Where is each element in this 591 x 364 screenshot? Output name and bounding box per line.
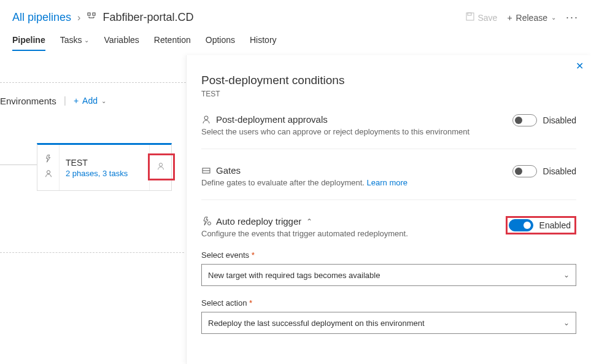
plus-icon: +: [74, 96, 79, 106]
post-deployment-panel: ✕ Post-deployment conditions TEST Post-d…: [186, 55, 591, 364]
chevron-down-icon: ⌄: [563, 319, 570, 327]
gates-title: Gates: [216, 165, 241, 176]
approvals-title: Post-deployment approvals: [216, 114, 328, 125]
chevron-up-icon[interactable]: ⌃: [306, 217, 312, 226]
approvals-state-label: Disabled: [543, 115, 576, 125]
redeploy-toggle[interactable]: [509, 219, 533, 231]
gates-section: Gates Define gates to evaluate after the…: [201, 165, 576, 187]
save-button[interactable]: Save: [466, 12, 498, 23]
tab-tasks[interactable]: Tasks ⌄: [60, 30, 90, 51]
svg-point-8: [208, 222, 211, 225]
tab-tasks-label: Tasks: [60, 35, 82, 45]
divider: [0, 252, 184, 253]
close-icon: ✕: [576, 61, 584, 71]
post-conditions-button[interactable]: [149, 145, 171, 190]
panel-title: Post-deployment conditions: [201, 74, 576, 87]
release-button[interactable]: + Release ⌄: [507, 13, 556, 23]
gates-desc-text: Define gates to evaluate after the deplo…: [201, 178, 367, 187]
divider: |: [64, 95, 66, 106]
annotation-highlight: Enabled: [506, 216, 576, 234]
select-events-label: Select events *: [201, 250, 255, 260]
approvals-toggle[interactable]: [512, 114, 537, 126]
select-action-dropdown[interactable]: Redeploy the last successful deployment …: [201, 312, 576, 334]
select-events-value: New target with required tags becomes av…: [208, 271, 380, 280]
chevron-right-icon: ›: [77, 12, 80, 23]
svg-rect-0: [88, 13, 90, 15]
plus-icon: +: [507, 13, 512, 23]
stage-meta-link[interactable]: 2 phases, 3 tasks: [66, 169, 143, 178]
save-label: Save: [478, 13, 498, 23]
trigger-icon: [44, 155, 53, 166]
gates-toggle[interactable]: [512, 165, 537, 177]
gates-description: Define gates to evaluate after the deplo…: [201, 178, 576, 187]
learn-more-link[interactable]: Learn more: [367, 178, 408, 187]
chevron-down-icon: ⌄: [551, 14, 556, 21]
divider: [201, 149, 576, 149]
tab-history[interactable]: History: [250, 30, 277, 51]
redeploy-title: Auto redeploy trigger: [216, 216, 301, 227]
trigger-icon: [201, 217, 211, 227]
connector-line: [0, 165, 37, 165]
more-menu-button[interactable]: ···: [566, 11, 579, 24]
stage-card[interactable]: TEST 2 phases, 3 tasks: [37, 143, 172, 191]
select-events-dropdown[interactable]: New target with required tags becomes av…: [201, 264, 576, 286]
panel-subtitle: TEST: [201, 90, 576, 98]
breadcrumb-root-link[interactable]: All pipelines: [12, 11, 71, 24]
breadcrumb: All pipelines › Fabfiber-portal.CD Save …: [0, 0, 591, 30]
add-environment-button[interactable]: + Add ⌄: [74, 96, 106, 106]
svg-point-5: [159, 163, 162, 166]
tab-options[interactable]: Options: [206, 30, 235, 51]
pre-conditions-button[interactable]: [37, 145, 60, 190]
svg-point-6: [204, 116, 208, 120]
save-icon: [466, 12, 474, 23]
approvals-section: Post-deployment approvals Select the use…: [201, 114, 576, 136]
tab-retention[interactable]: Retention: [154, 30, 191, 51]
svg-rect-3: [468, 13, 471, 15]
tab-variables[interactable]: Variables: [104, 30, 139, 51]
tab-pipeline[interactable]: Pipeline: [12, 30, 45, 51]
user-icon: [201, 115, 211, 125]
chevron-down-icon: ⌄: [84, 37, 89, 44]
stage-name: TEST: [66, 158, 143, 168]
tabs: Pipeline Tasks ⌄ Variables Retention Opt…: [0, 30, 591, 52]
gates-icon: [201, 166, 211, 176]
chevron-down-icon: ⌄: [101, 98, 106, 104]
user-icon: [44, 169, 53, 180]
redeploy-section: Auto redeploy trigger ⌃ Configure the ev…: [201, 216, 576, 334]
page-title: Fabfiber-portal.CD: [102, 11, 193, 24]
close-button[interactable]: ✕: [576, 60, 584, 72]
add-label: Add: [82, 96, 98, 106]
chevron-down-icon: ⌄: [563, 271, 570, 279]
svg-point-4: [47, 171, 50, 174]
redeploy-state-label: Enabled: [539, 220, 571, 230]
divider: [201, 199, 576, 200]
user-icon: [156, 162, 165, 173]
svg-rect-1: [93, 13, 95, 15]
select-action-label: Select action *: [201, 298, 252, 308]
pipeline-icon: [87, 12, 96, 23]
environments-title: Environments: [0, 96, 56, 106]
approvals-description: Select the users who can approve or reje…: [201, 127, 576, 136]
gates-state-label: Disabled: [543, 166, 576, 176]
select-action-value: Redeploy the last successful deployment …: [208, 319, 425, 328]
release-label: Release: [516, 13, 547, 23]
